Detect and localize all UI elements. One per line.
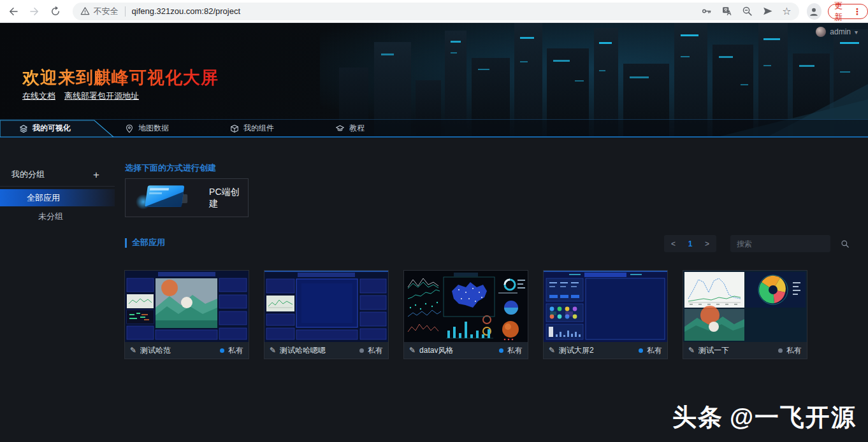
pc-create-graphic (134, 182, 195, 215)
profile-avatar[interactable] (807, 3, 821, 20)
refresh-icon[interactable] (47, 3, 63, 20)
offline-package-link[interactable]: 离线部署包开源地址 (64, 90, 139, 102)
translate-icon[interactable] (721, 6, 732, 17)
section-accent-bar (125, 238, 127, 248)
card-thumbnail[interactable] (404, 271, 528, 342)
card-title[interactable]: 测试大屏2 (559, 345, 639, 356)
edit-pencil-icon[interactable]: ✎ (130, 346, 136, 355)
privacy-dot (499, 348, 503, 353)
zoom-out-icon[interactable] (741, 6, 753, 17)
chevron-down-icon: ▾ (855, 29, 858, 36)
username: admin (830, 27, 851, 36)
update-label: 更新 (834, 0, 848, 23)
address-bar[interactable]: 不安全 qifeng.321zou.com:82/project ☆ (73, 3, 799, 20)
main-content: 我的分组 + 全部应用 未分组 选择下面的方式进行创建 (0, 138, 868, 442)
watermark-brand: 头条 (672, 401, 723, 434)
watermark-handle: @一飞开源 (730, 401, 857, 434)
tab-my-visualizations[interactable]: 我的可视化 (19, 120, 71, 137)
tab-my-components[interactable]: 我的组件 (230, 120, 274, 137)
card-title[interactable]: 测试哈范 (140, 345, 220, 356)
privacy-badge: 私有 (368, 345, 383, 356)
url-text[interactable]: qifeng.321zou.com:82/project (132, 6, 701, 16)
password-key-icon[interactable] (700, 6, 712, 17)
privacy-badge: 私有 (507, 345, 523, 356)
screen: 不安全 qifeng.321zou.com:82/project ☆ (0, 0, 868, 442)
main-tab-bar: 我的可视化 地图数据 我的组件 教程 (0, 119, 868, 138)
browser-menu-icon[interactable]: ⋮ (853, 7, 862, 16)
privacy-badge: 私有 (647, 345, 662, 356)
search-icon[interactable] (841, 239, 850, 248)
search-input[interactable] (730, 239, 841, 248)
back-icon[interactable] (5, 3, 21, 20)
user-menu[interactable]: admin ▾ (816, 27, 858, 37)
prev-page-button[interactable]: < (671, 239, 676, 248)
pagination: < 1 > (664, 235, 716, 252)
card-footer: ✎ datav风格 私有 (404, 342, 528, 359)
project-card[interactable]: ✎ 测试一下 私有 (683, 270, 807, 359)
tab-label: 教程 (349, 123, 365, 134)
hero-links: 在线文档 离线部署包开源地址 (22, 90, 139, 102)
pc-create-label: PC端创建 (209, 187, 248, 210)
card-thumbnail[interactable] (683, 271, 807, 342)
card-title[interactable]: 测试一下 (698, 345, 778, 356)
privacy-dot (359, 348, 364, 353)
sidebar-item-ungrouped[interactable]: 未分组 (0, 208, 115, 225)
tab-label: 地图数据 (138, 123, 169, 134)
card-title[interactable]: datav风格 (419, 345, 499, 356)
tab-label: 我的组件 (243, 123, 274, 134)
welcome-title: 欢迎来到麒峰可视化大屏 (22, 66, 219, 89)
map-pin-icon (125, 124, 134, 133)
update-button[interactable]: 更新 ⋮ (828, 4, 868, 19)
project-card[interactable]: ✎ datav风格 私有 (403, 270, 528, 359)
sidebar-divider (0, 186, 115, 187)
search-box (730, 235, 830, 252)
security-label: 不安全 (94, 6, 119, 17)
tab-label: 我的可视化 (33, 123, 71, 134)
card-title[interactable]: 测试哈哈嗯嗯 (280, 345, 359, 356)
card-footer: ✎ 测试哈范 私有 (125, 342, 249, 359)
warning-triangle-icon (80, 6, 90, 16)
project-card[interactable]: ✎ 测试大屏2 私有 (543, 270, 668, 359)
next-page-button[interactable]: > (705, 239, 709, 248)
browser-toolbar: 不安全 qifeng.321zou.com:82/project ☆ (0, 0, 868, 23)
create-hint: 选择下面的方式进行创建 (125, 162, 216, 174)
privacy-dot (639, 348, 643, 353)
tab-map-data[interactable]: 地图数据 (125, 120, 169, 137)
apps-section-title: 全部应用 (132, 237, 165, 248)
forward-icon[interactable] (26, 3, 42, 20)
sidebar-group-header: 我的分组 + (0, 167, 115, 182)
edit-pencil-icon[interactable]: ✎ (409, 346, 416, 355)
card-thumbnail[interactable] (544, 271, 667, 342)
card-footer: ✎ 测试哈哈嗯嗯 私有 (264, 342, 388, 359)
hero-banner: 欢迎来到麒峰可视化大屏 在线文档 离线部署包开源地址 admin ▾ 我的可视化… (0, 23, 868, 138)
card-footer: ✎ 测试一下 私有 (683, 342, 807, 359)
privacy-badge: 私有 (786, 345, 802, 356)
user-avatar (816, 27, 826, 37)
watermark: 头条 @一飞开源 (672, 401, 857, 434)
card-footer: ✎ 测试大屏2 私有 (544, 342, 667, 359)
docs-link[interactable]: 在线文档 (22, 90, 55, 102)
apps-section-header: 全部应用 (125, 237, 165, 248)
sidebar-item-all-apps[interactable]: 全部应用 (0, 189, 115, 206)
project-card[interactable]: ✎ 测试哈哈嗯嗯 私有 (264, 270, 389, 359)
send-icon[interactable] (762, 6, 773, 17)
privacy-dot (778, 348, 783, 353)
bookmark-star-icon[interactable]: ☆ (782, 6, 791, 17)
project-card[interactable]: ✎ 测试哈范 私有 (124, 270, 249, 359)
graduation-cap-icon (335, 124, 345, 133)
component-cube-icon (230, 124, 239, 133)
pc-create-card[interactable]: PC端创建 (125, 178, 249, 217)
add-group-button[interactable]: + (93, 169, 99, 180)
edit-pencil-icon[interactable]: ✎ (549, 346, 555, 355)
sidebar-item-label: 未分组 (38, 211, 63, 222)
group-title: 我的分组 (11, 169, 45, 180)
privacy-dot (220, 348, 224, 353)
current-page[interactable]: 1 (688, 239, 693, 248)
card-thumbnail[interactable] (125, 271, 249, 342)
security-indicator[interactable]: 不安全 (80, 6, 119, 17)
edit-pencil-icon[interactable]: ✎ (270, 346, 276, 355)
card-thumbnail[interactable] (264, 271, 388, 342)
tab-tutorials[interactable]: 教程 (335, 120, 365, 137)
sidebar-item-label: 全部应用 (27, 192, 60, 204)
edit-pencil-icon[interactable]: ✎ (688, 346, 695, 355)
